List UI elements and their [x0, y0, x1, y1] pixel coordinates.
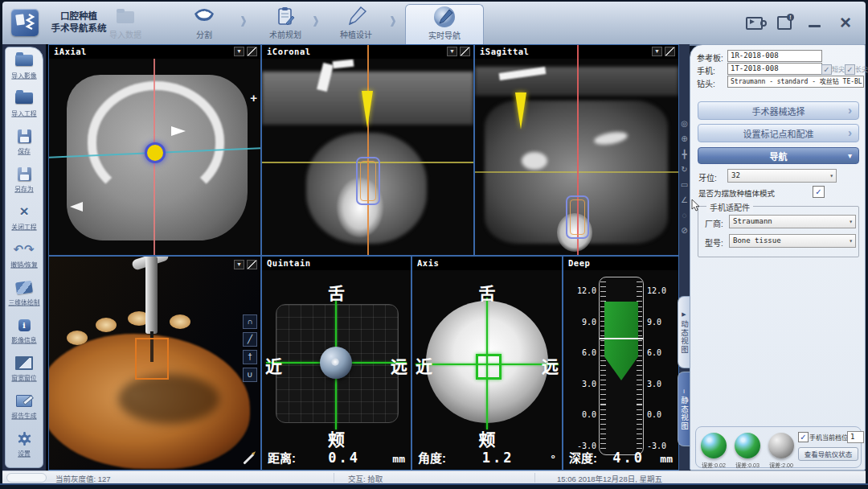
show-drill-icon[interactable]: ╱	[243, 332, 257, 347]
model-select[interactable]: Bone tissue ▾	[729, 234, 856, 248]
ruler-tool-icon[interactable]: ▭	[681, 180, 688, 189]
threed-dropdown-icon[interactable]: ▼	[234, 260, 244, 269]
import-project-folder-icon	[6, 90, 43, 106]
bright-spot	[522, 152, 547, 170]
sidebar-item-image-info[interactable]: i 影像信息	[6, 317, 43, 344]
plus-icon[interactable]: +	[250, 91, 257, 105]
drill-input[interactable]: Straumann - standard - 攻丝钻 TE-BL - Φ3.	[727, 76, 864, 88]
sidebar-item-save[interactable]: 保存	[6, 128, 43, 155]
close-icon[interactable]: ×	[840, 11, 851, 34]
tooth-bump	[170, 314, 190, 329]
coronal-view-title: iCoronal	[267, 47, 311, 56]
sidebar-item-undo-redo[interactable]: ↶↷ 撤销/恢复	[6, 241, 43, 269]
datetime-status: 15:06 2018年12月28日, 星期五	[557, 473, 662, 484]
handpiece-label: 手机:	[697, 64, 715, 76]
sidebar-item-settings[interactable]: 设置	[6, 430, 43, 458]
reference-plate-input[interactable]: 1R-2018-008	[727, 50, 822, 62]
deep-panel[interactable]: Deep 12.0 9.0 6.0 3.0 0.0 -3.0 12.0 9.0 …	[563, 256, 679, 471]
axial-expand-icon[interactable]	[247, 47, 257, 56]
chevron-right-icon: ›	[848, 125, 852, 139]
depth-unit: mm	[660, 453, 673, 465]
gear-input[interactable]: 1	[847, 431, 864, 443]
axial-view-header: iAxial	[49, 45, 260, 59]
navigator-status-button[interactable]: 查看导航仪状态	[798, 447, 858, 461]
step-preop-planning[interactable]: 术前规划	[257, 4, 313, 44]
sidebar-item-import-project[interactable]: 导入工程	[6, 90, 43, 117]
sidebar-item-import-image[interactable]: 导入影像	[6, 52, 43, 80]
mouse-cursor	[691, 199, 701, 212]
step-segmentation[interactable]: 分割	[176, 4, 232, 44]
pan-tool-icon[interactable]: ╋	[682, 150, 686, 158]
vendor-select[interactable]: Straumann ▾	[729, 215, 856, 228]
direction-distal: 远	[542, 353, 559, 377]
threed-expand-icon[interactable]	[247, 260, 257, 269]
step-realtime-navigation[interactable]: 实时导航	[405, 4, 484, 47]
drill-position-sphere	[320, 347, 352, 379]
axial-dropdown-icon[interactable]: ▼	[234, 47, 244, 56]
implant-mode-checkbox[interactable]: ✓	[813, 186, 825, 198]
sagittal-expand-icon[interactable]	[665, 47, 675, 56]
reference-tracking-globe-icon	[701, 433, 727, 458]
gear-checkbox[interactable]: ✓	[798, 432, 809, 442]
coronal-view[interactable]: iCoronal ▼	[261, 44, 474, 256]
depth-value: 4.0	[597, 450, 660, 466]
long-tip-checkbox[interactable]: ✓长尖端	[845, 64, 868, 75]
axis-title: Axis	[417, 258, 439, 268]
coronal-dropdown-icon[interactable]: ▼	[447, 47, 457, 56]
window-level-icon	[6, 355, 43, 371]
show-implant-icon[interactable]: †	[243, 350, 257, 364]
show-restoration-icon[interactable]: ∪	[243, 368, 257, 382]
target-tool-icon[interactable]: ◎	[681, 119, 688, 128]
dynamic-view-icon: ▶	[682, 311, 686, 318]
step-import-data[interactable]: 导入数据	[97, 4, 154, 44]
handpiece-input[interactable]: 1T-2018-008	[727, 63, 822, 75]
angle-tool-icon[interactable]: ∠	[681, 195, 688, 204]
sidebar-item-window-level[interactable]: 窗宽窗位	[6, 355, 43, 382]
scale-label: 9.0	[647, 317, 678, 326]
direction-distal: 远	[391, 353, 407, 377]
tab-static-view[interactable]: i 静态视图	[678, 372, 690, 446]
instrument-select-button[interactable]: 手术器械选择 ›	[698, 101, 859, 120]
mouth-shadow	[118, 374, 219, 424]
reference-plate-label: 参考板:	[697, 51, 723, 64]
sidebar-item-save-as[interactable]: 另存为	[6, 166, 43, 193]
threed-view[interactable]: ▼ ∩ ╱ † ∪	[48, 256, 261, 471]
step-implant-design[interactable]: 种植设计	[328, 4, 384, 44]
marker-registration-button[interactable]: 设置标记点和配准 ›	[698, 124, 859, 142]
record-video-icon[interactable]	[746, 17, 763, 30]
show-teeth-icon[interactable]: ∩	[243, 314, 257, 329]
long-tip-check-icon: ✓	[845, 64, 855, 75]
status-bar: 当前灰度值: 127 交互: 拾取 15:06 2018年12月28日, 星期五	[2, 471, 866, 484]
redo-icon[interactable]: ↷	[24, 242, 35, 257]
zoom-tool-icon[interactable]: ⊕	[681, 134, 687, 143]
sagittal-dropdown-icon[interactable]: ▼	[652, 47, 662, 56]
minimize-icon[interactable]	[809, 25, 821, 27]
sidebar-item-close-project[interactable]: × 关闭工程	[6, 203, 43, 231]
axial-view-content[interactable]: +	[49, 59, 260, 255]
preop-planning-icon	[257, 4, 313, 28]
step-label: 种植设计	[328, 28, 384, 40]
tab-dynamic-view[interactable]: ▶ 动态视图	[678, 296, 690, 368]
reset-tool-icon[interactable]: ◌	[682, 211, 687, 220]
rotate-tool-icon[interactable]: ↻	[681, 165, 687, 174]
volume-render-icon	[6, 279, 43, 295]
export-notice-icon[interactable]: !	[777, 16, 792, 30]
lock-tool-icon[interactable]: ⊘	[681, 226, 687, 235]
axis-panel[interactable]: Axis 舌 近 远 颊 角度: 1.2 °	[411, 256, 563, 471]
handpiece-body	[145, 257, 158, 334]
sagittal-view[interactable]: iSagittal ▼	[474, 44, 679, 256]
sidebar-item-volume-render[interactable]: 三维体绘制	[6, 279, 43, 306]
handpiece-tracking-globe-icon	[735, 433, 760, 458]
target-depth-line	[600, 338, 643, 339]
tooth-position-select[interactable]: 32 ▾	[727, 169, 837, 183]
gear-label: 手机当前档位	[809, 433, 848, 442]
quintain-panel[interactable]: Quintain 舌 近 远 颊 距离: 0.4 mm	[261, 256, 411, 471]
sidebar-item-report[interactable]: 报告生成	[6, 392, 43, 420]
axial-view[interactable]: iAxial ▼ +	[48, 44, 261, 256]
undo-icon[interactable]: ↶	[13, 242, 24, 257]
quintain-header: Quintain	[262, 257, 411, 270]
angle-readout: 角度: 1.2 °	[418, 449, 556, 466]
navigation-section-header[interactable]: 导航 ▾	[698, 147, 859, 164]
static-view-icon: i	[683, 388, 685, 394]
coronal-expand-icon[interactable]	[460, 47, 470, 56]
